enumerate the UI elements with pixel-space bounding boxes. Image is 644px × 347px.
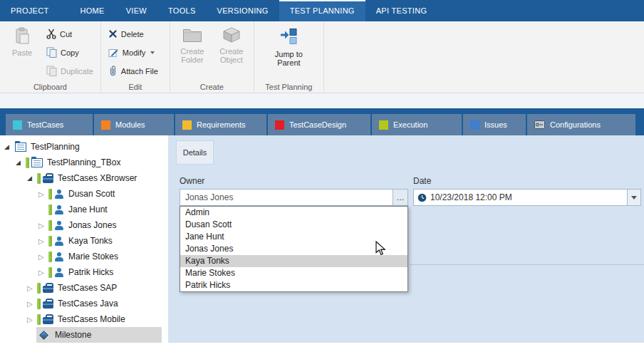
tree-item-testplanning[interactable]: ◢ TestPlanning — [0, 139, 168, 155]
menu-tools[interactable]: TOOLS — [157, 0, 207, 21]
testcase-bag-icon — [43, 286, 53, 293]
menu-test-planning[interactable]: TEST PLANNING — [279, 0, 365, 21]
green-bar — [48, 220, 52, 231]
tree-item-testcases-xbrowser[interactable]: ◢ TestCases XBrowser — [0, 170, 168, 186]
tree-item-jane-hunt[interactable]: Jane Hunt — [0, 202, 168, 217]
application-window: PROJECT HOME VIEW TOOLS VERSIONING TEST … — [0, 0, 644, 347]
paste-label: Paste — [12, 48, 32, 58]
menu-project[interactable]: PROJECT — [0, 0, 59, 21]
menu-versioning[interactable]: VERSIONING — [207, 0, 279, 21]
cut-button[interactable]: Cut — [43, 26, 96, 42]
date-picker[interactable]: 10/23/2018 12:00 PM — [413, 189, 641, 206]
dropdown-option-patrik-hicks[interactable]: Patrik Hicks — [180, 279, 407, 291]
dropdown-option-kaya-tonks[interactable]: Kaya Tonks — [180, 255, 407, 267]
expander-icon[interactable]: ▷ — [38, 190, 48, 198]
tree-item-label: Marie Stokes — [68, 252, 118, 261]
delete-button[interactable]: Delete — [105, 26, 161, 42]
modify-dropdown-arrow-icon[interactable] — [150, 51, 155, 54]
green-bar — [37, 283, 41, 294]
tree-item-testcases-java[interactable]: ▷ TestCases Java — [0, 296, 168, 311]
tree-item-milestone[interactable]: Milestone — [0, 327, 168, 343]
tree-item-label: Milestone — [55, 330, 91, 340]
menu-api-testing[interactable]: API TESTING — [365, 0, 438, 21]
delete-x-icon — [108, 29, 118, 40]
person-icon — [55, 221, 64, 230]
modify-button[interactable]: Modify — [105, 45, 161, 61]
create-folder-icon — [182, 27, 202, 45]
module-tab-testcases[interactable]: TestCases — [6, 114, 93, 135]
tree-item-label: TestCases Mobile — [58, 314, 125, 324]
paste-button[interactable]: Paste — [4, 24, 40, 81]
module-tab-execution[interactable]: Execution — [372, 114, 462, 135]
tree-item-testcases-mobile[interactable]: ▷ TestCases Mobile — [0, 311, 168, 327]
expander-icon[interactable]: ▷ — [27, 316, 36, 323]
green-bar — [48, 204, 52, 215]
chevron-down-icon — [631, 196, 637, 200]
tree-item-jonas-jones[interactable]: ▷ Jonas Jones — [0, 217, 168, 233]
expander-icon[interactable]: ▷ — [27, 284, 36, 292]
menu-view[interactable]: VIEW — [115, 0, 157, 21]
date-dropdown-button[interactable] — [627, 190, 640, 205]
duplicate-icon — [46, 66, 57, 78]
tree-item-testcases-sap[interactable]: ▷ TestCases SAP — [0, 280, 168, 296]
copy-button[interactable]: Copy — [43, 45, 96, 61]
module-tab-modules[interactable]: Modules — [94, 114, 174, 135]
person-icon — [55, 237, 64, 246]
testcase-bag-icon — [43, 301, 53, 309]
ribbon: Paste Cut Copy — [0, 21, 644, 93]
expander-icon[interactable]: ▷ — [27, 300, 36, 308]
dropdown-option-admin[interactable]: Admin — [180, 207, 407, 219]
date-field-label: Date — [413, 176, 431, 186]
test-planning-group-label: Test Planning — [254, 83, 323, 91]
section-divider — [410, 264, 644, 265]
clipboard-group-label: Clipboard — [0, 83, 100, 91]
create-folder-label: Create Folder — [175, 47, 210, 65]
dropdown-option-jane-hunt[interactable]: Jane Hunt — [180, 231, 407, 243]
owner-combobox[interactable]: Jonas Jones … — [180, 189, 408, 206]
folder-icon — [15, 143, 26, 152]
module-tab-testcasedesign[interactable]: TestCaseDesign — [268, 114, 370, 135]
testcasedesign-icon — [275, 120, 284, 130]
dropdown-option-jonas-jones[interactable]: Jonas Jones — [180, 243, 407, 255]
attach-file-button[interactable]: Attach File — [105, 63, 161, 79]
module-tab-label: Requirements — [197, 120, 245, 129]
tree-item-dusan-scott[interactable]: ▷ Dusan Scott — [0, 186, 168, 202]
module-tab-label: TestCaseDesign — [289, 120, 346, 129]
expander-icon[interactable]: ◢ — [16, 159, 25, 166]
ellipsis-button[interactable]: … — [393, 190, 407, 205]
tree-item-label: TestPlanning — [31, 142, 80, 152]
duplicate-label: Duplicate — [61, 67, 93, 76]
create-object-button[interactable]: Create Object — [214, 24, 249, 81]
copy-icon — [46, 47, 57, 59]
expander-icon[interactable]: ▷ — [38, 269, 48, 276]
tree-item-label: TestPlanning_TBox — [47, 157, 120, 167]
tree-item-patrik-hicks[interactable]: ▷ Patrik Hicks — [0, 264, 168, 280]
modules-icon — [101, 120, 110, 130]
tab-details[interactable]: Details — [176, 140, 214, 165]
module-tab-label: Execution — [393, 120, 427, 129]
duplicate-button[interactable]: Duplicate — [43, 63, 96, 79]
expander-icon[interactable]: ◢ — [27, 175, 36, 182]
create-group-label: Create — [170, 83, 254, 91]
project-tree: ◢ TestPlanning ◢ TestPlanning_TBox ◢ Tes… — [0, 135, 168, 343]
jump-to-parent-button[interactable]: Jump to Parent — [269, 24, 308, 81]
expander-icon[interactable]: ◢ — [4, 143, 14, 150]
tree-item-marie-stokes[interactable]: ▷ Marie Stokes — [0, 249, 168, 264]
menu-home[interactable]: HOME — [69, 0, 115, 21]
tree-item-kaya-tonks[interactable]: ▷ Kaya Tonks — [0, 233, 168, 249]
create-folder-button[interactable]: Create Folder — [175, 24, 210, 81]
tree-item-testplanning-tbox[interactable]: ◢ TestPlanning_TBox — [0, 155, 168, 170]
expander-icon[interactable]: ▷ — [38, 253, 48, 261]
module-tab-configurations[interactable]: Configurations — [527, 114, 635, 135]
module-tab-requirements[interactable]: Requirements — [175, 114, 266, 135]
dropdown-option-marie-stokes[interactable]: Marie Stokes — [180, 267, 407, 279]
module-tab-label: TestCases — [27, 120, 63, 129]
green-bar — [48, 236, 52, 247]
module-tab-issues[interactable]: Issues — [463, 114, 526, 135]
testcases-icon — [13, 120, 22, 130]
date-picker-value: 10/23/2018 12:00 PM — [430, 192, 627, 202]
cut-label: Cut — [60, 30, 72, 38]
expander-icon[interactable]: ▷ — [38, 222, 48, 229]
dropdown-option-dusan-scott[interactable]: Dusan Scott — [180, 219, 407, 231]
expander-icon[interactable]: ▷ — [38, 237, 48, 245]
